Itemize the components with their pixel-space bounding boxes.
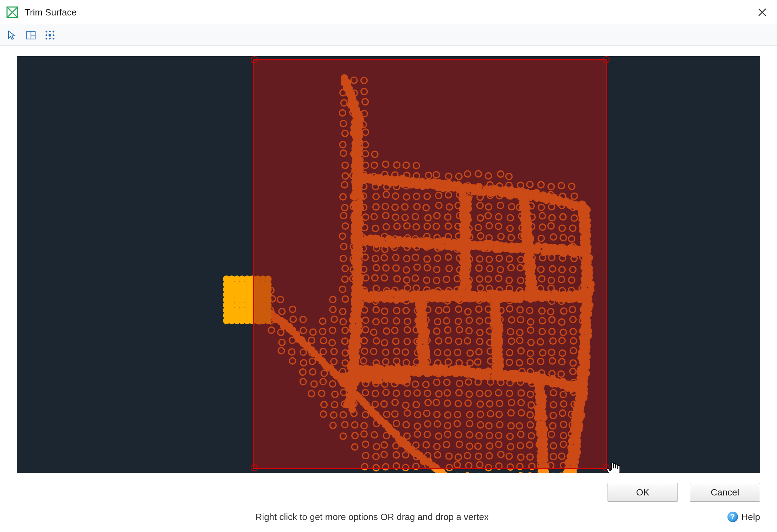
help-link[interactable]: ? Help bbox=[727, 512, 760, 523]
view-split-icon bbox=[26, 30, 36, 40]
trim-handle-tl[interactable] bbox=[251, 56, 258, 63]
trim-handle-br[interactable] bbox=[603, 464, 610, 471]
status-hint: Right click to get more options OR drag … bbox=[17, 512, 727, 523]
snap-move-tool[interactable] bbox=[43, 28, 57, 42]
cancel-button[interactable]: Cancel bbox=[690, 483, 760, 502]
trim-handle-bl[interactable] bbox=[251, 464, 258, 471]
svg-point-12 bbox=[53, 38, 54, 40]
svg-point-10 bbox=[53, 31, 54, 33]
toolbar bbox=[0, 25, 777, 46]
dialog-buttons: OK Cancel bbox=[0, 476, 777, 508]
dialog-window: Trim Surface bbox=[0, 0, 777, 532]
svg-point-8 bbox=[49, 34, 51, 37]
select-tool-icon bbox=[7, 30, 17, 40]
close-button[interactable] bbox=[752, 2, 773, 23]
statusbar: Right click to get more options OR drag … bbox=[0, 508, 777, 532]
svg-point-1527 bbox=[464, 473, 471, 473]
close-icon bbox=[758, 8, 767, 17]
window-title: Trim Surface bbox=[25, 7, 752, 18]
help-icon: ? bbox=[727, 512, 738, 522]
svg-point-9 bbox=[46, 31, 47, 33]
view-split-tool[interactable] bbox=[24, 28, 38, 42]
ok-button[interactable]: OK bbox=[608, 483, 678, 502]
titlebar: Trim Surface bbox=[0, 0, 777, 25]
svg-point-344 bbox=[563, 470, 569, 473]
app-icon bbox=[6, 6, 18, 18]
snap-move-icon bbox=[44, 29, 56, 41]
viewport-container bbox=[0, 46, 777, 476]
trim-handle-tr[interactable] bbox=[603, 56, 610, 63]
viewport[interactable] bbox=[17, 56, 760, 473]
svg-point-1715 bbox=[518, 473, 524, 473]
svg-point-989 bbox=[542, 469, 548, 473]
svg-point-11 bbox=[46, 38, 47, 40]
select-tool[interactable] bbox=[5, 28, 19, 42]
trim-rectangle[interactable] bbox=[253, 59, 607, 469]
help-label: Help bbox=[741, 512, 760, 523]
